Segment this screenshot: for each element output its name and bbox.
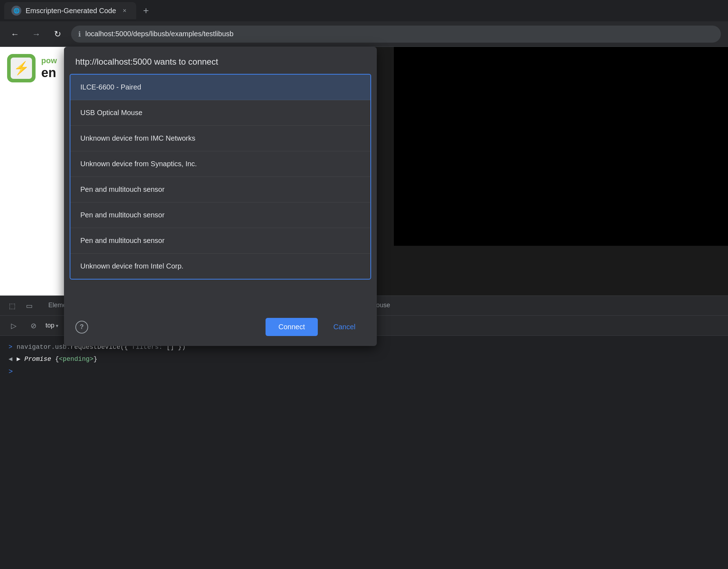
output-arrow: ◀ [9, 355, 12, 363]
address-bar[interactable]: ℹ localhost:5000/deps/libusb/examples/te… [71, 26, 721, 43]
context-selector[interactable]: top ▾ [46, 322, 58, 329]
device-item-2[interactable]: Unknown device from IMC Networks [70, 126, 370, 151]
dialog-title: http://localhost:5000 wants to connect [64, 47, 377, 74]
console-line-output: ◀ ▶ Promise {<pending>} [9, 353, 719, 365]
new-tab-button[interactable]: + [139, 4, 153, 18]
dialog-footer: ? Connect Cancel [64, 308, 377, 346]
lightning-icon: ⚡ [14, 61, 30, 76]
app-name-bottom: en [41, 65, 57, 80]
play-icon[interactable]: ▷ [6, 318, 21, 334]
cursor-icon[interactable]: ⬚ [4, 298, 20, 314]
help-icon[interactable]: ? [75, 321, 88, 334]
device-item-6[interactable]: Pen and multitouch sensor [70, 228, 370, 254]
connect-button[interactable]: Connect [266, 318, 318, 336]
device-list: ILCE-6600 - Paired USB Optical Mouse Unk… [70, 74, 371, 280]
device-item-0[interactable]: ILCE-6600 - Paired [70, 75, 370, 100]
tab-favicon: 🌐 [11, 6, 21, 16]
console-prompt: > [9, 365, 719, 379]
browser-chrome: 🌐 Emscripten-Generated Code × + ← → ↻ ℹ … [0, 0, 728, 47]
prompt-arrow: > [9, 368, 13, 376]
app-icon-inner: ⚡ [11, 58, 32, 79]
tab-bar: 🌐 Emscripten-Generated Code × + [0, 0, 728, 21]
block-icon[interactable]: ⊘ [26, 318, 41, 334]
tab-title: Emscripten-Generated Code [26, 7, 116, 15]
tab-close-button[interactable]: × [121, 6, 129, 15]
black-area-right [394, 47, 728, 246]
dialog-buttons: Connect Cancel [266, 318, 365, 336]
device-item-4[interactable]: Pen and multitouch sensor [70, 177, 370, 202]
usb-dialog: http://localhost:5000 wants to connect I… [64, 47, 377, 346]
console-code-2: ▶ Promise {<pending>} [17, 355, 97, 363]
input-arrow: > [9, 343, 12, 351]
app-text: pow en [41, 56, 57, 80]
forward-button[interactable]: → [28, 26, 44, 42]
chevron-down-icon: ▾ [56, 323, 58, 329]
page-area: ⚡ pow en http://localhost:5000 wants to … [0, 47, 728, 296]
device-item-7[interactable]: Unknown device from Intel Corp. [70, 254, 370, 279]
nav-bar: ← → ↻ ℹ localhost:5000/deps/libusb/examp… [0, 21, 728, 47]
devtools-tab-icons: ⬚ ▭ [4, 298, 37, 314]
info-icon: ℹ [78, 30, 81, 38]
device-item-3[interactable]: Unknown device from Synaptics, Inc. [70, 151, 370, 177]
dialog-empty-space [64, 280, 377, 308]
mobile-icon[interactable]: ▭ [21, 298, 37, 314]
back-button[interactable]: ← [7, 26, 23, 42]
device-item-1[interactable]: USB Optical Mouse [70, 100, 370, 126]
app-icon: ⚡ [7, 54, 36, 82]
address-text: localhost:5000/deps/libusb/examples/test… [85, 30, 234, 38]
device-item-5[interactable]: Pen and multitouch sensor [70, 202, 370, 228]
cancel-button[interactable]: Cancel [323, 318, 365, 336]
active-tab[interactable]: 🌐 Emscripten-Generated Code × [4, 2, 136, 19]
reload-button[interactable]: ↻ [50, 26, 65, 42]
app-name-top: pow [41, 56, 57, 65]
